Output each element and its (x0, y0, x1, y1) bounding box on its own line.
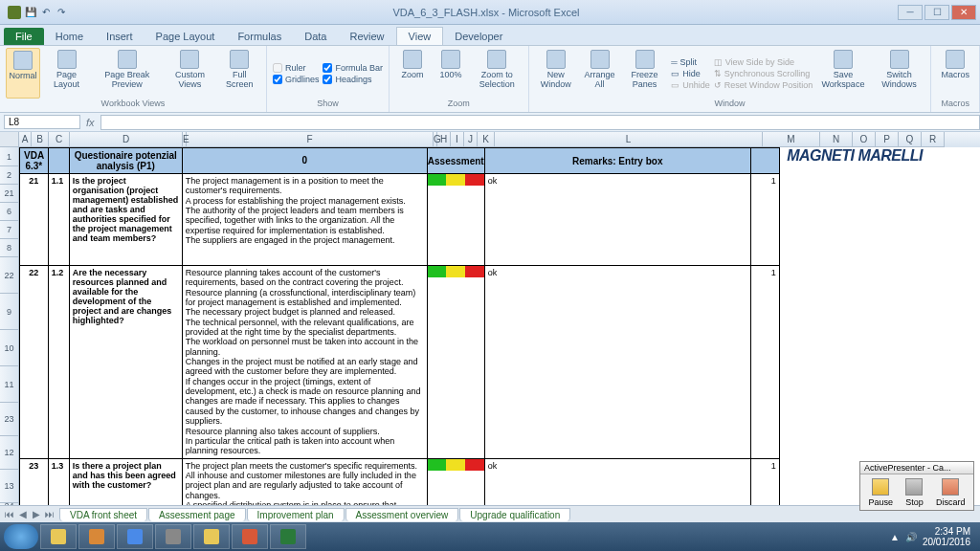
row-header[interactable]: 12 (0, 436, 19, 470)
cell-sub[interactable]: 1.3 (48, 458, 69, 505)
cell-desc[interactable]: The project plan meets the customer's sp… (182, 458, 427, 505)
col-header[interactable]: L (495, 132, 763, 147)
row-header[interactable]: 10 (0, 330, 19, 366)
cell-sub[interactable]: 1.1 (48, 174, 69, 266)
col-header[interactable]: F (187, 132, 434, 147)
row-header[interactable]: 22 (0, 257, 19, 294)
taskbar-chrome[interactable] (117, 524, 153, 549)
zoom-selection-button[interactable]: Zoom to Selection (472, 48, 523, 99)
cell-idx[interactable]: 21 (20, 174, 49, 266)
close-button[interactable]: ✕ (951, 5, 976, 20)
taskbar-excel[interactable] (270, 524, 306, 549)
name-box[interactable] (4, 115, 80, 129)
cell-question[interactable]: Are the necessary resources planned and … (69, 266, 182, 459)
row-header[interactable]: 21 (0, 185, 19, 203)
tray-icon[interactable]: ▲ (890, 532, 900, 542)
normal-view-button[interactable]: Normal (6, 48, 40, 99)
tab-data[interactable]: Data (293, 28, 338, 45)
discard-button[interactable]: Discard (936, 478, 966, 507)
freeze-panes-button[interactable]: Freeze Panes (622, 48, 667, 99)
undo-icon[interactable]: ↶ (40, 7, 52, 18)
col-header[interactable]: O (853, 132, 876, 147)
taskbar-explorer[interactable] (40, 524, 77, 549)
tab-developer[interactable]: Developer (443, 28, 514, 45)
hide-button[interactable]: ▭ Hide (671, 69, 710, 78)
cell-question[interactable]: Is there a project plan and has this bee… (69, 458, 182, 505)
page-layout-button[interactable]: Page Layout (44, 48, 89, 99)
stop-button[interactable]: Stop (905, 478, 924, 507)
sheet-tab[interactable]: Assessment page (148, 508, 246, 521)
maximize-button[interactable]: ☐ (924, 5, 949, 20)
cell-desc[interactable]: The project management is in a position … (182, 174, 427, 266)
tab-page-layout[interactable]: Page Layout (145, 28, 227, 45)
tab-formulas[interactable]: Formulas (226, 28, 293, 45)
sheet-tab[interactable]: VDA front sheet (59, 508, 147, 521)
row-header[interactable]: 23 (0, 403, 19, 436)
taskbar-outlook[interactable] (78, 524, 115, 549)
cells[interactable]: VDA 6.3*Questionaire potenzial analysis … (19, 147, 980, 505)
formula-bar-checkbox[interactable]: Formula Bar (323, 63, 383, 73)
save-workspace-button[interactable]: Save Workspace (816, 48, 869, 99)
page-break-button[interactable]: Page Break Preview (93, 48, 161, 99)
col-header[interactable]: Q (899, 132, 922, 147)
zoom-button[interactable]: Zoom (395, 48, 430, 99)
zoom-100-button[interactable]: 100% (434, 48, 468, 99)
new-window-button[interactable]: New Window (535, 48, 578, 99)
tab-insert[interactable]: Insert (95, 28, 145, 45)
row-header[interactable]: 7 (0, 221, 19, 239)
row-header[interactable]: 13 (0, 470, 19, 503)
cell-idx[interactable]: 22 (20, 266, 49, 459)
col-header[interactable]: H (437, 132, 451, 147)
cell-remark[interactable]: ok (484, 266, 750, 459)
tab-next-icon[interactable]: ▶ (31, 509, 42, 519)
col-header[interactable]: M (763, 132, 820, 147)
taskbar-app[interactable] (155, 524, 191, 549)
sheet-tab[interactable]: Assessment overview (345, 508, 459, 521)
col-header[interactable]: B (32, 132, 49, 147)
col-header[interactable]: K (478, 132, 495, 147)
gridlines-checkbox[interactable]: Gridlines (273, 75, 320, 84)
cell-assess[interactable] (427, 458, 484, 505)
cell-assess[interactable] (427, 174, 484, 266)
cell-desc[interactable]: Resource planning takes account of the c… (182, 266, 427, 459)
macros-button[interactable]: Macros (937, 48, 973, 99)
taskbar-folder[interactable] (193, 524, 230, 549)
col-header[interactable]: N (820, 132, 853, 147)
tab-last-icon[interactable]: ⏭ (44, 509, 56, 519)
unhide-button[interactable]: ▭ Unhide (671, 80, 710, 90)
cell-last[interactable]: 1 (750, 174, 779, 266)
pause-button[interactable]: Pause (869, 478, 894, 507)
sheet-tab[interactable]: Improvement plan (247, 508, 345, 521)
tab-view[interactable]: View (396, 27, 444, 45)
ruler-checkbox[interactable]: Ruler (273, 63, 320, 73)
select-all-corner[interactable] (0, 132, 19, 147)
col-header[interactable]: P (876, 132, 899, 147)
switch-windows-button[interactable]: Switch Windows (874, 48, 925, 99)
cell-sub[interactable]: 1.2 (48, 266, 69, 459)
col-header[interactable]: R (922, 132, 945, 147)
col-header[interactable]: A (19, 132, 32, 147)
cell-last[interactable]: 1 (750, 266, 779, 459)
row-header[interactable]: 8 (0, 239, 19, 257)
fx-icon[interactable]: fx (80, 117, 100, 128)
row-header[interactable]: 6 (0, 203, 19, 221)
cell-last[interactable]: 1 (750, 458, 779, 505)
formula-bar[interactable] (100, 115, 980, 130)
col-header[interactable]: I (451, 132, 464, 147)
row-header[interactable]: 2 (0, 166, 19, 185)
row-header[interactable]: 11 (0, 366, 19, 403)
cell-idx[interactable]: 23 (20, 458, 49, 505)
row-header[interactable]: 9 (0, 294, 19, 330)
full-screen-button[interactable]: Full Screen (219, 48, 260, 99)
custom-views-button[interactable]: Custom Views (165, 48, 214, 99)
redo-icon[interactable]: ↷ (56, 7, 67, 18)
headings-checkbox[interactable]: Headings (323, 75, 383, 84)
cell-remark[interactable]: ok (484, 458, 750, 505)
row-header[interactable]: 24 (0, 503, 19, 505)
tab-home[interactable]: Home (44, 28, 95, 45)
tab-file[interactable]: File (4, 28, 44, 45)
arrange-all-button[interactable]: Arrange All (581, 48, 618, 99)
save-icon[interactable]: 💾 (25, 7, 36, 18)
tab-first-icon[interactable]: ⏮ (4, 509, 15, 519)
cell-question[interactable]: Is the project organisation (project man… (69, 174, 182, 266)
